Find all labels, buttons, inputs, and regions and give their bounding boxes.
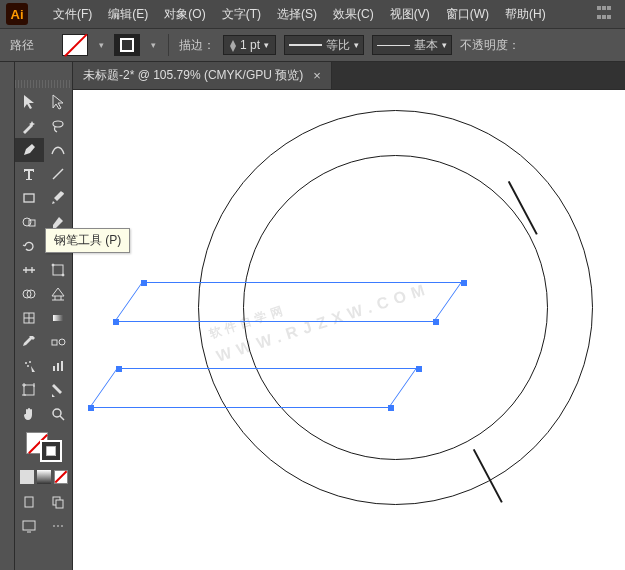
anchor-point[interactable] xyxy=(416,366,422,372)
color-mode-icon[interactable] xyxy=(20,470,34,484)
menu-effect[interactable]: 效果(C) xyxy=(326,2,381,27)
document-tab-title: 未标题-2* @ 105.79% (CMYK/GPU 预览) xyxy=(83,67,303,84)
anchor-point[interactable] xyxy=(433,319,439,325)
svg-point-22 xyxy=(53,409,61,417)
profile-label: 等比 xyxy=(326,37,350,54)
anchor-point[interactable] xyxy=(141,280,147,286)
svg-rect-19 xyxy=(57,363,59,371)
symbol-sprayer-tool[interactable] xyxy=(15,354,44,378)
svg-rect-21 xyxy=(24,385,34,395)
stroke-weight-value: 1 pt xyxy=(240,38,260,52)
anchor-point[interactable] xyxy=(88,405,94,411)
svg-point-2 xyxy=(23,218,31,226)
selected-parallelogram-1[interactable] xyxy=(114,282,462,322)
artboard-tool[interactable] xyxy=(15,378,44,402)
menu-bar: Ai 文件(F) 编辑(E) 对象(O) 文字(T) 选择(S) 效果(C) 视… xyxy=(0,0,625,28)
artwork xyxy=(73,90,625,570)
hand-tool[interactable] xyxy=(15,402,44,426)
stroke-dropdown-icon[interactable]: ▾ xyxy=(148,34,158,56)
svg-point-16 xyxy=(29,361,31,363)
fill-stroke-swatch[interactable] xyxy=(26,432,62,462)
menu-file[interactable]: 文件(F) xyxy=(46,2,99,27)
pen-tool[interactable] xyxy=(15,138,44,162)
svg-point-0 xyxy=(53,121,63,127)
draw-behind-icon[interactable] xyxy=(44,490,73,514)
blend-tool[interactable] xyxy=(44,330,73,354)
svg-rect-20 xyxy=(61,361,63,371)
menu-view[interactable]: 视图(V) xyxy=(383,2,437,27)
brush-definition[interactable]: 基本 ▾ xyxy=(372,35,452,55)
column-graph-tool[interactable] xyxy=(44,354,73,378)
menu-select[interactable]: 选择(S) xyxy=(270,2,324,27)
brush-label: 基本 xyxy=(414,37,438,54)
stroke-swatch[interactable] xyxy=(114,34,140,56)
rotate-tool[interactable] xyxy=(15,234,44,258)
fill-dropdown-icon[interactable]: ▾ xyxy=(96,34,106,56)
svg-rect-23 xyxy=(25,497,33,507)
perspective-grid-tool[interactable] xyxy=(44,282,73,306)
free-transform-tool[interactable] xyxy=(44,258,73,282)
svg-point-14 xyxy=(59,339,65,345)
gradient-tool[interactable] xyxy=(44,306,73,330)
svg-point-17 xyxy=(27,365,29,367)
edit-toolbar-icon[interactable]: ⋯ xyxy=(44,514,73,538)
shaper-tool[interactable] xyxy=(15,210,44,234)
menu-type[interactable]: 文字(T) xyxy=(215,2,268,27)
shape-builder-tool[interactable] xyxy=(15,282,44,306)
svg-rect-1 xyxy=(24,194,34,202)
app-icon: Ai xyxy=(6,3,28,25)
menu-help[interactable]: 帮助(H) xyxy=(498,2,553,27)
panel-dock-left xyxy=(0,62,15,570)
selection-type-label: 路径 xyxy=(10,37,34,54)
gradient-mode-icon[interactable] xyxy=(37,470,51,484)
slice-tool[interactable] xyxy=(44,378,73,402)
document-tab[interactable]: 未标题-2* @ 105.79% (CMYK/GPU 预览) × xyxy=(73,62,332,89)
selection-tool[interactable] xyxy=(15,90,44,114)
line-segment-tool[interactable] xyxy=(44,162,73,186)
canvas[interactable]: 软件自学网 WWW.RJZXW.COM xyxy=(73,90,625,570)
anchor-point[interactable] xyxy=(113,319,119,325)
svg-rect-18 xyxy=(53,366,55,371)
selected-parallelogram-2[interactable] xyxy=(89,368,417,408)
stroke-label: 描边： xyxy=(179,37,215,54)
anchor-point[interactable] xyxy=(116,366,122,372)
control-bar: 路径 ▾ ▾ 描边： ▴▾ 1 pt ▾ 等比 ▾ 基本 ▾ 不透明度： xyxy=(0,28,625,62)
svg-rect-26 xyxy=(23,521,35,530)
none-mode-icon[interactable] xyxy=(54,470,68,484)
curvature-tool[interactable] xyxy=(44,138,73,162)
menu-object[interactable]: 对象(O) xyxy=(157,2,212,27)
svg-rect-12 xyxy=(53,315,63,321)
workspace-switcher-icon[interactable] xyxy=(597,6,613,22)
zoom-tool[interactable] xyxy=(44,402,73,426)
anchor-point[interactable] xyxy=(461,280,467,286)
document-tab-bar: 未标题-2* @ 105.79% (CMYK/GPU 预览) × xyxy=(73,62,625,90)
stroke-weight-input[interactable]: ▴▾ 1 pt ▾ xyxy=(223,35,276,55)
lasso-tool[interactable] xyxy=(44,114,73,138)
menu-edit[interactable]: 编辑(E) xyxy=(101,2,155,27)
svg-rect-25 xyxy=(56,500,63,508)
direct-selection-tool[interactable] xyxy=(44,90,73,114)
anchor-point[interactable] xyxy=(388,405,394,411)
screen-mode-icon[interactable] xyxy=(15,514,44,538)
magic-wand-tool[interactable] xyxy=(15,114,44,138)
svg-rect-6 xyxy=(53,265,63,275)
mesh-tool[interactable] xyxy=(15,306,44,330)
close-tab-icon[interactable]: × xyxy=(313,68,321,83)
svg-point-15 xyxy=(25,362,27,364)
pen-tool-tooltip: 钢笔工具 (P) xyxy=(45,228,130,253)
type-tool[interactable] xyxy=(15,162,44,186)
fill-swatch[interactable] xyxy=(62,34,88,56)
draw-normal-icon[interactable] xyxy=(15,490,44,514)
svg-point-8 xyxy=(62,274,64,276)
paintbrush-tool[interactable] xyxy=(44,186,73,210)
toolbar: ⋯ xyxy=(15,62,73,570)
width-tool[interactable] xyxy=(15,258,44,282)
svg-rect-13 xyxy=(52,340,57,345)
variable-width-profile[interactable]: 等比 ▾ xyxy=(284,35,364,55)
opacity-label: 不透明度： xyxy=(460,37,520,54)
toolbar-grip[interactable] xyxy=(15,80,72,88)
rectangle-tool[interactable] xyxy=(15,186,44,210)
eyedropper-tool[interactable] xyxy=(15,330,44,354)
menu-window[interactable]: 窗口(W) xyxy=(439,2,496,27)
svg-point-7 xyxy=(52,264,54,266)
